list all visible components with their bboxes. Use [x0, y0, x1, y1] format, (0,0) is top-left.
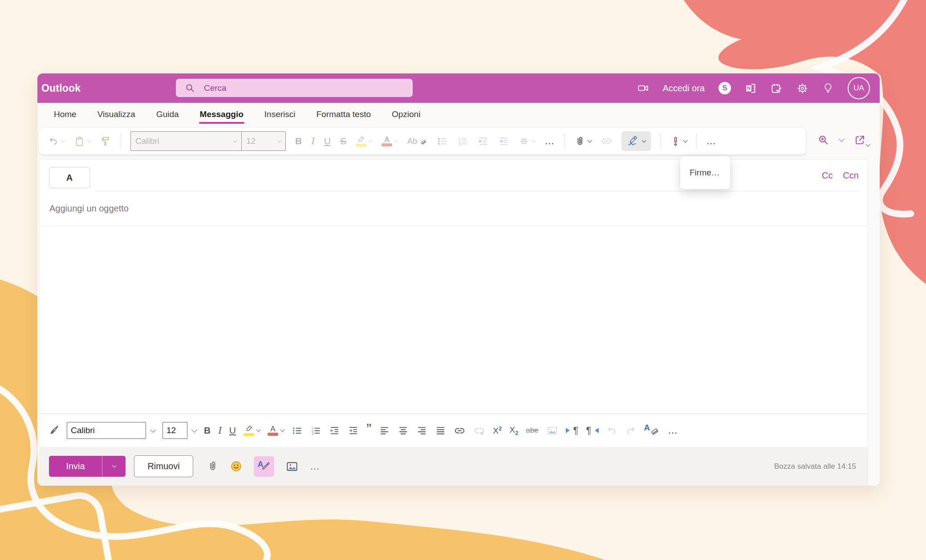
attach-file-button[interactable]	[574, 136, 591, 147]
avatar[interactable]: UA	[848, 77, 870, 99]
insert-picture-button[interactable]	[285, 460, 299, 473]
format-overflow-button[interactable]: …	[668, 428, 678, 433]
italic-button[interactable]: I	[218, 425, 222, 436]
paste-button[interactable]	[74, 136, 91, 147]
footer-overflow-button[interactable]: …	[310, 464, 321, 469]
importance-high-button[interactable]	[670, 136, 687, 147]
formatting-options-button[interactable]: A	[254, 456, 274, 477]
align-center-button[interactable]	[398, 425, 409, 436]
insert-image-button[interactable]	[546, 425, 558, 437]
meeting-video-icon[interactable]	[638, 82, 649, 94]
chevron-down-icon[interactable]	[642, 138, 646, 142]
ribbon-overflow-button[interactable]: …	[706, 139, 717, 143]
remove-link-button[interactable]	[473, 425, 485, 437]
menu-item-firme[interactable]: Firme…	[680, 168, 720, 178]
tab-guida[interactable]: Guida	[156, 103, 179, 126]
bulleted-list-button[interactable]	[292, 425, 303, 436]
tips-lightbulb-icon[interactable]	[822, 82, 834, 94]
cc-link[interactable]: Cc	[822, 170, 833, 181]
undo-button[interactable]	[48, 136, 65, 146]
to-button[interactable]: A	[49, 167, 90, 188]
onenote-icon[interactable]	[745, 82, 757, 94]
font-family-select[interactable]: Calibri 12	[130, 131, 286, 151]
chevron-down-icon[interactable]	[191, 427, 197, 433]
font-size-select[interactable]: 12	[242, 132, 285, 150]
align-right-button[interactable]	[416, 425, 427, 436]
strikethrough-button[interactable]: S	[340, 136, 346, 146]
discard-button[interactable]: Rimuovi	[134, 455, 193, 477]
numbered-list-button[interactable]	[310, 425, 321, 436]
tab-visualizza[interactable]: Visualizza	[97, 103, 135, 126]
insert-link-button[interactable]	[601, 135, 612, 147]
underline-button[interactable]: U	[324, 136, 331, 146]
chevron-down-icon[interactable]	[394, 138, 399, 142]
zoom-in-icon[interactable]	[817, 134, 829, 146]
bulleted-list-button[interactable]	[437, 136, 448, 147]
increase-indent-button[interactable]	[498, 136, 509, 147]
subject-input[interactable]	[40, 203, 547, 214]
tab-inserisci[interactable]: Inserisci	[264, 103, 296, 126]
superscript-button[interactable]: X2	[493, 425, 502, 436]
settings-gear-icon[interactable]	[796, 82, 808, 94]
chevron-down-icon[interactable]	[61, 138, 65, 142]
italic-button[interactable]: I	[311, 135, 315, 147]
todo-calendar-icon[interactable]	[771, 82, 783, 94]
highlight-color-button[interactable]	[356, 135, 372, 147]
chevron-down-icon[interactable]	[150, 427, 156, 433]
highlight-color-button[interactable]	[244, 425, 260, 436]
search-input[interactable]: Cerca	[176, 79, 413, 97]
strikethrough-button[interactable]: abe	[526, 426, 538, 435]
chevron-down-icon[interactable]	[280, 427, 285, 432]
signature-button[interactable]	[621, 131, 651, 151]
collapse-ribbon-chevron[interactable]	[866, 142, 870, 147]
line-spacing-button[interactable]	[519, 136, 535, 146]
attach-file-button[interactable]	[207, 460, 219, 472]
skype-icon[interactable]: S	[719, 82, 731, 94]
rtl-paragraph-button[interactable]: ¶	[586, 425, 599, 436]
clear-formatting-button[interactable]: Ab	[407, 137, 427, 146]
tab-home[interactable]: Home	[54, 103, 77, 126]
clear-formatting-button[interactable]: A	[644, 425, 660, 436]
format-brush-icon[interactable]	[48, 425, 59, 436]
send-button[interactable]: Invia	[49, 456, 102, 477]
font-size-input[interactable]	[162, 422, 187, 439]
emoji-button[interactable]	[230, 460, 243, 473]
font-color-button[interactable]: A	[382, 136, 398, 146]
subscript-button[interactable]: X2	[509, 425, 518, 436]
chevron-down-icon[interactable]	[256, 427, 261, 432]
chevron-down-icon[interactable]	[588, 138, 592, 142]
tab-messaggio[interactable]: Messaggio	[200, 103, 244, 126]
font-size-value[interactable]	[163, 426, 187, 435]
align-left-button[interactable]	[379, 425, 390, 436]
sign-in-link[interactable]: Accedi ora	[663, 83, 705, 93]
send-options-chevron[interactable]	[102, 456, 126, 477]
bcc-link[interactable]: Ccn	[843, 170, 859, 181]
bold-button[interactable]: B	[204, 425, 211, 436]
underline-button[interactable]: U	[229, 425, 236, 436]
font-family-value[interactable]	[67, 426, 146, 435]
open-new-window-icon[interactable]	[854, 134, 865, 146]
chevron-down-icon[interactable]	[87, 138, 92, 142]
font-color-button[interactable]: A	[268, 426, 284, 436]
numbered-list-button[interactable]	[457, 136, 468, 147]
chevron-down-icon[interactable]	[532, 138, 536, 142]
bold-button[interactable]: B	[295, 136, 302, 146]
recipients-row[interactable]: A Cc Ccn	[40, 160, 868, 191]
redo-button[interactable]	[625, 425, 636, 436]
format-painter-button[interactable]	[100, 136, 111, 147]
insert-link-button[interactable]	[454, 425, 466, 437]
message-body[interactable]	[40, 226, 868, 414]
decrease-indent-button[interactable]	[329, 425, 340, 436]
more-formatting-button[interactable]: …	[544, 139, 555, 143]
align-justify-button[interactable]	[435, 425, 446, 436]
increase-indent-button[interactable]	[348, 425, 359, 436]
tab-opzioni[interactable]: Opzioni	[392, 103, 420, 126]
font-family-input[interactable]	[67, 422, 146, 439]
undo-button[interactable]	[606, 425, 617, 436]
blockquote-button[interactable]: ”	[366, 426, 371, 435]
tab-formatta-testo[interactable]: Formatta testo	[316, 103, 371, 126]
chevron-down-icon[interactable]	[839, 136, 845, 142]
ltr-paragraph-button[interactable]: ¶	[566, 425, 579, 436]
chevron-down-icon[interactable]	[369, 138, 373, 142]
chevron-down-icon[interactable]	[683, 138, 688, 142]
